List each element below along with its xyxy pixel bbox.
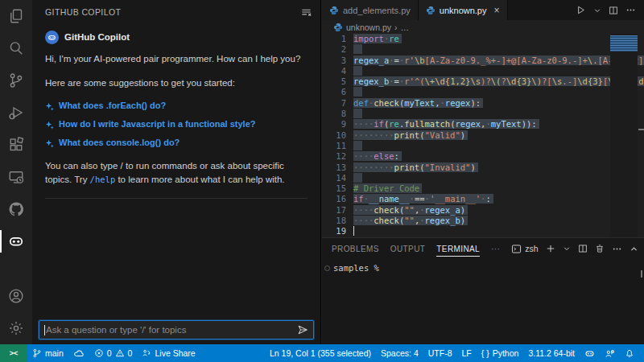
suggestion-link[interactable]: How do I write Javascript in a functiona… [45, 118, 308, 131]
minimap[interactable] [610, 34, 638, 237]
run-button[interactable] [576, 5, 586, 15]
panel-tab-···[interactable]: ··· [491, 238, 500, 259]
command-decoration-icon [324, 265, 330, 271]
activity-item-run-debug[interactable] [0, 97, 32, 129]
copilot-status-icon [584, 348, 595, 359]
code-line[interactable]: 16if·__name__·==·'__main__'·: [322, 194, 644, 204]
indentation-status[interactable]: Spaces: 4 [376, 344, 423, 362]
github-icon [8, 201, 24, 217]
code-line[interactable]: 3regex_a·=·r'\b[A-Za-z0-9._%+-]+@[A-Za-z… [322, 56, 644, 66]
live-share-status[interactable]: Live Share [137, 344, 200, 362]
language-status[interactable]: { }Python [477, 344, 524, 362]
new-terminal-button[interactable] [546, 244, 555, 253]
code-line[interactable]: 12····else: [322, 151, 644, 162]
activity-item-settings[interactable] [0, 312, 32, 344]
code-line[interactable]: 7def·check(myText,·regex): [322, 98, 644, 109]
suggestion-link[interactable]: What does console.log() do? [45, 137, 308, 150]
terminal-more-actions[interactable] [612, 244, 622, 254]
code-line[interactable]: 14 [322, 173, 644, 183]
terminal-prompt: samples % [333, 263, 379, 273]
live-share-icon [142, 348, 151, 358]
code-line[interactable]: 17····check("",·regex_a) [322, 205, 644, 216]
activity-item-explorer[interactable] [0, 0, 32, 32]
editor-tab-bar: add_elements.pyunknown.py× [322, 0, 644, 20]
breadcrumb[interactable]: unknown.py›… [322, 20, 644, 34]
activity-item-extensions[interactable] [0, 129, 32, 161]
clear-chat-icon[interactable] [300, 6, 312, 19]
warning-icon [115, 348, 125, 358]
breadcrumb-more[interactable]: … [401, 23, 410, 32]
code-line[interactable]: 11 [322, 141, 644, 151]
run-dropdown[interactable] [593, 6, 601, 14]
editor-tab-unknown.py[interactable]: unknown.py× [419, 0, 508, 20]
code-line[interactable]: 15# Driver Code [322, 183, 644, 194]
close-tab-icon[interactable]: × [494, 6, 500, 15]
python-file-icon [329, 6, 339, 15]
editor-tab-add_elements.py[interactable]: add_elements.py [322, 0, 419, 20]
code-line[interactable]: 18····check("",·regex_b) [322, 216, 644, 226]
activity-item-search[interactable] [0, 32, 32, 64]
bell-icon [625, 348, 634, 359]
terminal-instance-zsh[interactable]: zsh [511, 244, 538, 254]
sparkle-icon [45, 121, 54, 130]
problems-status[interactable]: 0 0 [89, 344, 138, 362]
kill-terminal-button[interactable] [595, 244, 605, 253]
panel-tab-problems[interactable]: PROBLEMS [332, 238, 379, 259]
terminal-content[interactable]: samples % [322, 259, 644, 344]
split-editor-button[interactable] [609, 6, 618, 15]
code-line[interactable]: 8 [322, 109, 644, 119]
remote-icon [8, 169, 24, 185]
remote-indicator[interactable]: >< [0, 344, 27, 362]
encoding-status[interactable]: UTF-8 [423, 344, 457, 362]
terminal-shell-icon [511, 244, 522, 254]
branch-status[interactable]: main [27, 344, 68, 362]
code-editor[interactable]: 1import·re2 3regex_a·=·r'\b[A-Za-z0-9._%… [322, 34, 644, 237]
send-icon[interactable] [297, 324, 308, 335]
activity-item-copilot-chat[interactable] [0, 225, 32, 257]
copilot-avatar [45, 31, 59, 44]
python-file-icon [333, 23, 343, 32]
copilot-tip: You can also type / to run commands or a… [45, 159, 308, 198]
code-line[interactable]: 2 [322, 44, 644, 55]
copilot-status[interactable] [580, 344, 600, 362]
code-line[interactable]: 13········print("Invalid") [322, 162, 644, 173]
code-line[interactable]: 1import·re [322, 34, 644, 44]
activity-item-github[interactable] [0, 193, 32, 225]
cloud-icon [73, 348, 85, 358]
feedback-status[interactable] [600, 344, 620, 362]
overview-ruler-cursor-mark [638, 129, 644, 130]
tab-label: unknown.py [440, 6, 487, 15]
status-bar: >< main 0 [0, 344, 644, 362]
text-caret [44, 325, 45, 335]
activity-item-accounts[interactable] [0, 280, 32, 312]
terminal-dropdown[interactable] [563, 245, 571, 253]
code-line[interactable]: 9····if(re.fullmatch(regex,·myText)): [322, 119, 644, 130]
help-command[interactable]: /help [90, 175, 116, 184]
notifications-status[interactable] [620, 344, 639, 362]
code-line[interactable]: 6 [322, 87, 644, 97]
activity-item-remote-explorer[interactable] [0, 161, 32, 193]
copilot-greeting: Hi, I'm your AI-powered pair programmer.… [45, 52, 308, 66]
gear-icon [8, 320, 24, 336]
chat-input[interactable]: Ask a question or type '/' for topics [39, 320, 314, 339]
activity-item-source-control[interactable] [0, 64, 32, 97]
panel-tab-output[interactable]: OUTPUT [390, 238, 426, 259]
split-terminal-button[interactable] [578, 244, 588, 253]
copilot-panel: GITHUB COPILOT GitHub Copilot Hi, I'm yo… [32, 0, 321, 344]
cursor-position-status[interactable]: Ln 19, Col 1 (355 selected) [265, 344, 376, 362]
code-line[interactable]: 10········print("Valid") [322, 130, 644, 141]
breadcrumb-file[interactable]: unknown.py [346, 23, 391, 32]
editor-cursor [353, 226, 354, 236]
code-line[interactable]: 4 [322, 66, 644, 76]
editor-group: add_elements.pyunknown.py× unknown.py›… … [322, 0, 644, 344]
eol-status[interactable]: LF [456, 344, 476, 362]
panel-tab-terminal[interactable]: TERMINAL [436, 238, 480, 259]
suggestion-link[interactable]: What does .forEach() do? [45, 100, 308, 113]
editor-more-actions[interactable] [625, 5, 636, 15]
python-interpreter-status[interactable]: 3.11.2 64-bit [523, 344, 580, 362]
terminal-scrollbar[interactable] [641, 270, 642, 278]
sync-status[interactable] [68, 344, 89, 362]
code-line[interactable]: 19 [322, 226, 644, 237]
code-line[interactable]: 5regex_b·=·r'^(\+\d{1,2}\s)?\(?\d{3}\)?[… [322, 76, 644, 87]
maximize-panel-button[interactable] [630, 245, 638, 253]
